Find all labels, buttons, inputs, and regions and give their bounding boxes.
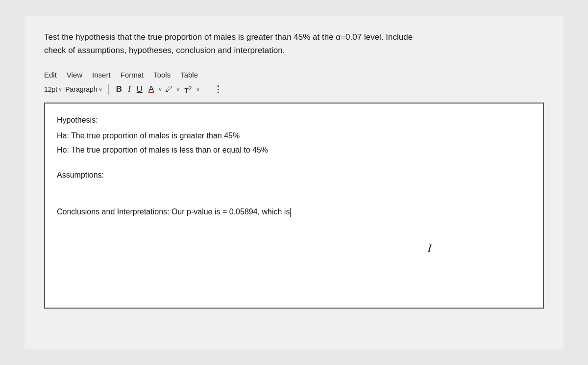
menu-bar: Edit View Insert Format Tools Table [44, 71, 544, 79]
menu-edit[interactable]: Edit [44, 71, 57, 79]
page-container: Test the hypothesis that the true propor… [24, 16, 564, 349]
instruction-block: Test the hypothesis that the true propor… [44, 30, 544, 57]
toolbar-divider-1 [108, 84, 109, 95]
menu-table[interactable]: Table [180, 71, 198, 79]
instruction-line2: check of assumptions, hypotheses, conclu… [44, 44, 544, 57]
editor-box[interactable]: Hypothesis: Ha: The true proportion of m… [44, 103, 544, 309]
menu-insert[interactable]: Insert [92, 71, 111, 79]
more-options-button[interactable]: ⋮ [212, 84, 224, 95]
hypothesis-label: Hypothesis: [57, 113, 531, 127]
ibeam-cursor: 𝐼 [428, 242, 431, 255]
menu-view[interactable]: View [67, 71, 82, 79]
assumptions-section: Assumptions: [57, 168, 531, 182]
bold-button[interactable]: B [115, 84, 123, 94]
underline-button[interactable]: U [135, 84, 144, 94]
paragraph-chevron: ∨ [98, 86, 102, 93]
instruction-line1: Test the hypothesis that the true propor… [44, 30, 544, 44]
font-size-value: 12pt [44, 85, 57, 93]
editor-wrapper: Hypothesis: Ha: The true proportion of m… [44, 103, 544, 309]
superscript-chevron: ∨ [196, 86, 200, 93]
highlight-button[interactable]: 🖊 [165, 85, 173, 94]
superscript-button[interactable]: T2 [183, 85, 193, 95]
gap-3 [57, 194, 531, 205]
italic-button[interactable]: I [126, 84, 132, 94]
font-color-chevron: ∨ [158, 86, 162, 93]
menu-format[interactable]: Format [121, 71, 144, 79]
conclusions-line: Conclusions and Interpretations: Our p-v… [57, 205, 531, 218]
assumptions-label: Assumptions: [57, 168, 531, 182]
paragraph-label: Paragraph [65, 85, 97, 93]
gap-2 [57, 183, 531, 194]
text-cursor [290, 208, 291, 217]
hypothesis-section: Hypothesis: [57, 113, 531, 127]
toolbar-area: Edit View Insert Format Tools Table 12pt… [44, 71, 544, 97]
font-color-button[interactable]: A [147, 84, 155, 94]
toolbar-divider-2 [206, 84, 206, 95]
menu-tools[interactable]: Tools [153, 71, 171, 79]
formatting-bar: 12pt ∨ Paragraph ∨ B I U A ∨ 🖊 ∨ T2 ∨ ⋮ [44, 84, 544, 97]
ha-line: Ha: The true proportion of males is grea… [57, 129, 531, 142]
font-size-chevron: ∨ [58, 86, 62, 93]
ho-line: Ho: The true proportion of males is less… [57, 143, 531, 156]
highlight-chevron: ∨ [176, 86, 180, 93]
paragraph-selector[interactable]: Paragraph ∨ [65, 85, 102, 93]
font-size-selector[interactable]: 12pt ∨ [44, 85, 62, 93]
gap-1 [57, 157, 531, 168]
